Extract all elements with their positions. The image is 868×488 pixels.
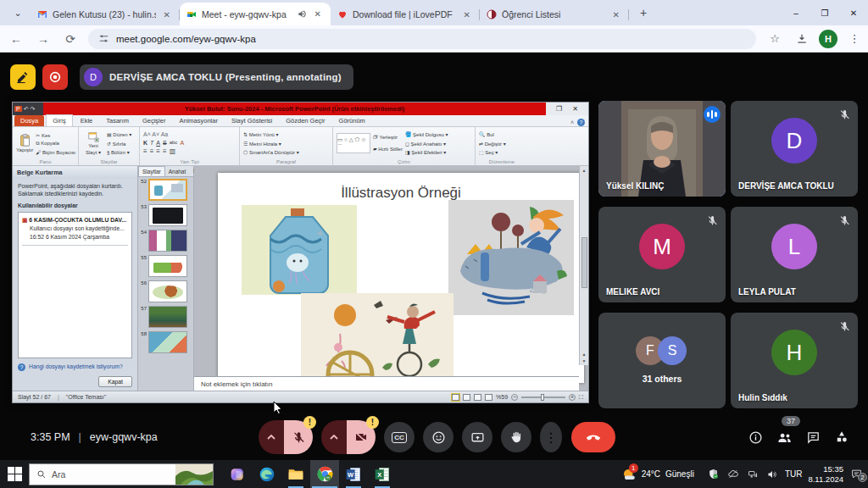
recovered-file-item[interactable]: ▣ 6 KASIM-ÇOCUKTA OLUMLU DAV... Kullanıc… [22,216,128,246]
slides-tab[interactable]: Slaytlar [138,166,165,176]
tab-close-icon[interactable]: ✕ [610,9,622,20]
fit-to-window-button[interactable]: ⛶ [579,394,583,401]
prev-slide-icon[interactable]: ▲ [582,352,587,357]
chrome-menu-kebab-icon[interactable]: ⋮ [844,29,865,49]
zoom-slider[interactable] [521,396,565,398]
participant-tile-hulin[interactable]: H Hulin Sıddık [731,313,858,408]
text-direction-button[interactable]: ⇅ Metin Yönü ▾ [243,131,299,137]
ppt-help-icon[interactable]: ? [577,119,585,126]
site-settings-icon[interactable] [98,33,109,44]
tab-close-icon[interactable]: ✕ [312,8,324,19]
underline-button[interactable]: A [156,140,160,146]
participants-button[interactable]: 37 [770,423,798,452]
onedrive-tray-icon[interactable] [726,469,740,480]
shapes-gallery[interactable]: ▭ ○ △ ⬠ ☆ ⌒ [337,133,370,153]
redo-icon[interactable]: ↷ [31,106,36,113]
participant-tile-melike[interactable]: M MELIKE AVCI [598,207,726,302]
scrollbar-thumb[interactable] [581,237,587,288]
activities-button[interactable] [827,423,856,452]
slide-thumbnail[interactable]: 56 [140,280,192,302]
annotation-tool-button[interactable] [10,64,36,90]
font-size-controls[interactable]: A˄ A˅ Aa [143,131,168,137]
participant-tile-yuksel[interactable]: Yüksel KILINÇ [598,101,726,197]
scroll-up-icon[interactable]: ▲ [582,168,587,173]
tab-close-icon[interactable]: ✕ [161,9,173,20]
ppt-tab-ekle[interactable]: Ekle [75,115,99,126]
slide-thumbnail[interactable]: 53 [140,204,192,226]
reading-view-button[interactable] [474,394,481,401]
captions-button[interactable]: CC [384,422,415,452]
new-tab-button[interactable]: + [634,3,653,22]
tab-meet-active[interactable]: Meet - eyw-gqwv-kpa ✕ [180,3,331,25]
tab-gmail[interactable]: Gelen Kutusu (23) - hulin.siddik ✕ [31,3,180,25]
taskbar-edge-icon[interactable] [253,460,281,488]
reset-button[interactable]: ↺ Sıfırla [107,141,131,147]
paste-button[interactable]: Yapıştır [16,129,33,158]
ppt-tab-gozden-gecir[interactable]: Gözden Geçir [280,115,331,126]
network-tray-icon[interactable] [746,469,760,480]
back-button[interactable]: ← [5,28,27,50]
slide-thumbnail[interactable]: 58 [140,331,192,353]
undo-icon[interactable]: ↶ [24,106,29,113]
start-button[interactable] [0,467,29,481]
profile-avatar[interactable]: H [819,30,837,48]
taskbar-clock[interactable]: 15:35 8.11.2024 [808,464,843,485]
align-text-button[interactable]: ☰ Metni Hizala ▾ [243,141,299,147]
normal-view-button[interactable] [452,394,459,401]
ppt-tab-gecisler[interactable]: Geçişler [136,115,172,126]
ppt-tab-giris[interactable]: Giriş [46,114,72,126]
participant-tile-others[interactable]: F S 31 others [598,313,726,408]
taskbar-search-input[interactable]: Ara [29,463,214,485]
slide-thumbnail[interactable]: 54 [140,230,192,252]
taskbar-copilot-icon[interactable] [224,460,253,488]
strike-button[interactable]: S [163,140,167,146]
participant-tile-dervise[interactable]: D DERVİŞE AMCA TOKLU [731,101,858,197]
layout-button[interactable]: ▤ Düzen ▾ [107,131,131,137]
ppt-tab-dosya[interactable]: Dosya [14,115,44,126]
slide-vertical-scrollbar[interactable]: ▲ ▲ ▼ [579,166,588,365]
present-screen-button[interactable] [462,422,492,452]
participant-tile-leyla[interactable]: L LEYLA PULAT [731,207,858,302]
copy-button[interactable]: ⧉ Kopyala [36,141,75,147]
section-button[interactable]: § Bölüm ▾ [107,149,131,155]
taskbar-word-icon[interactable]: W [339,460,368,488]
tab-audio-icon[interactable] [298,9,307,19]
reload-button[interactable]: ⟳ [59,28,81,50]
notes-area[interactable]: Not eklemek için tıklatın [194,376,579,391]
char-spacing-button[interactable]: A [180,140,184,146]
shape-fill-button[interactable]: 🪣 Şekil Dolgusu ▾ [405,131,448,137]
format-painter-button[interactable]: 🖌 Biçim Boyacısı [36,150,75,155]
taskbar-chrome-icon-active[interactable]: H [310,460,339,488]
window-close-button[interactable]: ✕ [839,0,868,25]
justify-icon[interactable]: ≡ [163,147,167,155]
recovery-help-link[interactable]: ? Hangi dosyayı kaydetmek istiyorum? [13,360,137,374]
zoom-in-button[interactable]: + [569,394,576,401]
zoom-out-button[interactable]: − [511,394,518,401]
columns-icon[interactable]: ▥ [170,147,176,155]
outline-tab[interactable]: Anahat [165,167,190,176]
ppt-tab-gorunum[interactable]: Görünüm [333,115,371,126]
tab-close-icon[interactable]: ✕ [461,9,473,20]
slide-thumbnail[interactable]: 55 [140,255,192,277]
slide-sorter-view-button[interactable] [463,394,470,401]
window-restore-button[interactable]: ❐ [810,0,839,25]
notification-center-icon[interactable]: 2 [849,469,863,480]
ppt-tab-tasarim[interactable]: Tasarım [100,115,135,126]
mic-options-chevron[interactable] [259,420,284,454]
italic-button[interactable]: T [150,140,153,146]
shape-outline-button[interactable]: ◻ Şekil Anahattı ▾ [405,141,448,147]
raise-hand-button[interactable] [501,422,531,452]
replace-button[interactable]: ⇄ Değiştir ▾ [479,141,506,147]
recovery-close-button[interactable]: Kapat [98,376,132,387]
ppt-restore-button[interactable]: ❐ [556,105,562,113]
security-tray-icon[interactable] [707,469,721,480]
new-slide-button[interactable]: Yeni Slayt ▾ [82,129,104,158]
meeting-details-info-icon[interactable] [741,423,770,452]
align-left-icon[interactable]: ≡ [143,147,147,155]
camera-options-chevron[interactable] [321,420,347,454]
quick-styles-button[interactable]: ▰ Hızlı Stiller [373,146,403,152]
ppt-close-button[interactable]: ✕ [572,105,578,113]
ribbon-collapse-icon[interactable]: ˄ [570,119,574,125]
chat-button[interactable] [798,423,827,452]
select-button[interactable]: ⬚ Seç ▾ [479,149,506,155]
